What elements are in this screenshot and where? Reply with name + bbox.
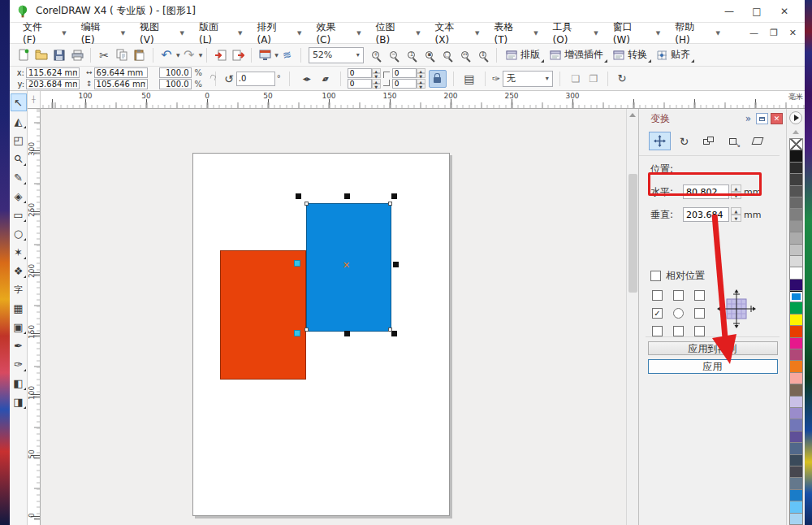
anchor-checkbox-r2c1[interactable] [673, 326, 684, 336]
palette-swatch[interactable] [789, 349, 803, 361]
zoom-out-button[interactable]: − [385, 46, 403, 64]
palette-swatch[interactable] [789, 163, 803, 174]
copy-button[interactable] [113, 46, 131, 64]
mdi-minimize-button[interactable]: — [749, 28, 758, 38]
transform-position-tab[interactable] [649, 132, 671, 150]
object-width-field[interactable] [94, 67, 148, 78]
zoom-page-button[interactable]: □ [438, 46, 456, 64]
undo-dropdown-icon[interactable]: ▼ [176, 52, 180, 58]
tool-pick[interactable]: ↖ [11, 93, 27, 111]
to-front-button[interactable]: ❐ [585, 70, 603, 88]
application-launcher-button[interactable] [256, 46, 274, 64]
tool-polygon[interactable]: ✶ [11, 243, 27, 261]
paste-button[interactable] [131, 46, 149, 64]
vertical-scrollbar[interactable] [626, 109, 638, 525]
selection-handle[interactable] [296, 193, 301, 199]
snap-to-button[interactable]: 贴齐 [652, 46, 695, 63]
anchor-checkbox-r0c2[interactable] [694, 290, 705, 301]
palette-swatch[interactable] [789, 490, 803, 501]
horizontal-spinner[interactable]: ▲▼ [731, 184, 741, 199]
corner-radius-br-field[interactable] [392, 79, 417, 89]
palette-scroll-up-icon[interactable] [790, 128, 801, 136]
palette-swatch[interactable] [789, 267, 803, 279]
palette-swatch[interactable] [789, 209, 803, 220]
selection-handle[interactable] [344, 331, 350, 336]
palette-swatch[interactable] [789, 150, 803, 162]
tool-outline-pen[interactable]: ✑ [11, 355, 27, 373]
palette-swatch[interactable] [789, 408, 803, 419]
plugin-convert-button[interactable]: 转换 [608, 46, 652, 63]
maximize-button[interactable]: □ [743, 2, 771, 20]
palette-swatch[interactable] [789, 186, 803, 197]
snap-node[interactable] [294, 260, 300, 267]
palette-swatch[interactable] [789, 443, 803, 454]
palette-swatch[interactable] [789, 280, 803, 291]
anchor-checkbox-r0c0[interactable] [652, 290, 663, 301]
vertical-position-field[interactable] [683, 207, 729, 222]
orange-rectangle[interactable] [220, 250, 306, 380]
object-height-field[interactable] [94, 79, 148, 89]
corner-br-spinner[interactable]: ▲▼ [417, 79, 425, 89]
scroll-up-icon[interactable] [627, 109, 638, 121]
mirror-vertical-button[interactable]: ▴▾ [316, 70, 334, 88]
new-document-button[interactable] [15, 46, 32, 64]
apply-button[interactable]: 应用 [648, 359, 778, 374]
palette-swatch[interactable] [789, 384, 803, 396]
palette-swatch[interactable] [789, 245, 803, 256]
corner-bl-spinner[interactable]: ▲▼ [372, 79, 381, 89]
tool-interactive-fill[interactable]: ◨ [11, 393, 27, 410]
palette-swatch[interactable] [789, 197, 803, 209]
anchor-checkbox-r1c2[interactable] [694, 308, 705, 319]
wrap-text-button[interactable]: ▤ [460, 70, 478, 88]
horizontal-position-field[interactable] [683, 184, 729, 199]
tool-fill[interactable]: ◧ [11, 374, 27, 392]
apply-to-duplicate-button[interactable]: 应用到再制 [648, 341, 778, 355]
anchor-checkbox-r2c2[interactable] [694, 326, 705, 336]
tool-zoom[interactable]: ⚲ [11, 150, 27, 167]
palette-swatch[interactable] [789, 315, 803, 326]
undo-button[interactable]: ↶ [158, 46, 175, 64]
tool-table[interactable]: ▦ [11, 299, 27, 317]
cut-icon[interactable]: ✂ [95, 46, 113, 64]
tool-crop[interactable]: ◰ [11, 131, 27, 149]
redo-dropdown-icon[interactable]: ▼ [199, 52, 203, 58]
tool-text[interactable]: 字 [11, 280, 27, 298]
docker-flyout-chevron-icon[interactable]: » [745, 113, 751, 124]
tool-shape[interactable]: ◭ [11, 112, 27, 130]
scale-x-field[interactable] [159, 67, 192, 78]
welcome-screen-icon[interactable]: ≋ [279, 46, 296, 64]
palette-swatch[interactable] [789, 466, 803, 478]
print-button[interactable] [68, 46, 86, 64]
palette-swatch[interactable] [789, 291, 803, 302]
tool-basic-shapes[interactable]: ❖ [11, 262, 27, 280]
anchor-radio-r1c1[interactable] [673, 308, 684, 319]
plugin-enhance-button[interactable]: 增强插件 [545, 46, 608, 63]
docker-close-button[interactable]: ✕ [771, 113, 783, 124]
mdi-close-button[interactable]: ✕ [789, 28, 797, 38]
to-back-button[interactable]: ❏ [567, 70, 585, 88]
corner-radius-tr-field[interactable] [392, 68, 417, 78]
transform-rotate-tab[interactable]: ↻ [673, 132, 695, 150]
transform-scale-mirror-tab[interactable] [698, 132, 719, 150]
corner-tr-spinner[interactable]: ▲▼ [417, 68, 425, 78]
selection-handle[interactable] [393, 262, 399, 267]
corner-radius-bl-field[interactable] [348, 79, 372, 89]
tool-eyedropper[interactable]: ✒ [11, 336, 27, 354]
transform-skew-tab[interactable] [746, 132, 768, 150]
tool-freehand[interactable]: ✎ [11, 168, 27, 186]
outline-width-combo[interactable]: 无 ▾ [503, 71, 553, 87]
anchor-checkbox-r2c0[interactable] [652, 326, 663, 336]
drawing-canvas[interactable]: ✕ [41, 109, 626, 525]
docker-minimize-button[interactable] [756, 113, 768, 124]
palette-swatch[interactable] [789, 514, 803, 525]
x-position-field[interactable] [26, 67, 80, 78]
zoom-level-combo[interactable]: 52% ▾ [309, 47, 364, 63]
palette-swatch[interactable] [789, 478, 803, 489]
relative-position-checkbox[interactable] [650, 271, 661, 281]
horizontal-ruler[interactable]: 毫米 10050050100150200250300 [41, 91, 805, 109]
vertical-spinner[interactable]: ▲▼ [731, 207, 741, 222]
palette-swatch[interactable] [789, 373, 803, 384]
save-button[interactable] [50, 46, 68, 64]
object-center-marker[interactable]: ✕ [343, 261, 350, 270]
tool-smart-fill[interactable]: ◈ [11, 187, 27, 205]
